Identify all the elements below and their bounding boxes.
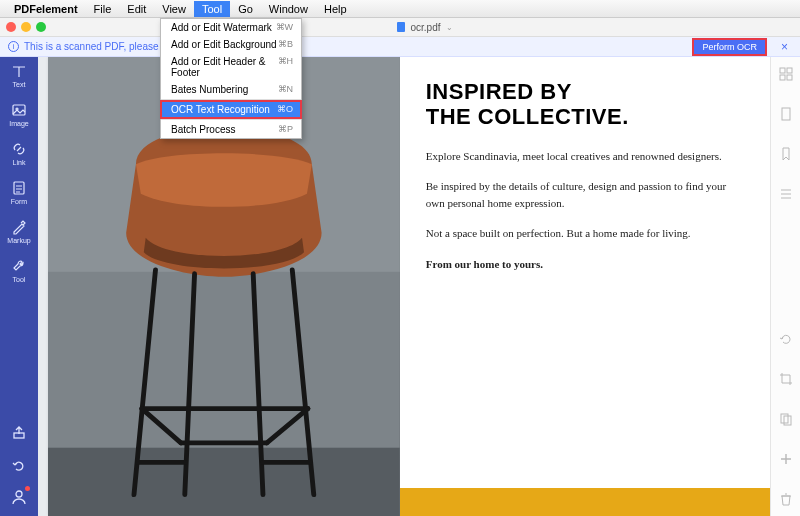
right-sidebar	[770, 57, 800, 516]
page-icon	[779, 107, 793, 121]
shortcut: ⌘W	[276, 22, 294, 33]
add-page-button[interactable]	[779, 452, 793, 466]
sidebar-text[interactable]: Text	[11, 63, 27, 88]
delete-page-button[interactable]	[779, 492, 793, 506]
rotate-icon	[779, 332, 793, 346]
thumbnails-button[interactable]	[779, 67, 793, 81]
bookmark-button[interactable]	[779, 147, 793, 161]
tool-icon	[11, 258, 27, 274]
outline-button[interactable]	[779, 187, 793, 201]
menu-go[interactable]: Go	[230, 1, 261, 17]
svg-rect-9	[787, 68, 792, 73]
document-name: ocr.pdf	[410, 22, 440, 33]
menu-item-bates[interactable]: Bates Numbering⌘N	[161, 81, 301, 98]
trash-icon	[779, 492, 793, 506]
sidebar-item-label: Text	[13, 81, 26, 88]
chevron-down-icon[interactable]: ⌄	[446, 23, 453, 32]
sidebar-item-label: Form	[11, 198, 27, 205]
menu-item-label: OCR Text Recognition	[171, 104, 270, 115]
menu-edit[interactable]: Edit	[119, 1, 154, 17]
pdf-icon	[397, 22, 405, 32]
page-paragraph: Explore Scandinavia, meet local creative…	[426, 148, 744, 165]
form-icon	[11, 180, 27, 196]
notification-dot-icon	[25, 486, 30, 491]
account-button[interactable]	[10, 488, 28, 506]
info-icon: i	[8, 41, 19, 52]
undo-icon	[11, 457, 27, 473]
menu-file[interactable]: File	[86, 1, 120, 17]
left-sidebar: Text Image Link Form Markup Tool	[0, 57, 38, 516]
menu-separator	[161, 99, 301, 100]
menu-item-ocr[interactable]: OCR Text Recognition⌘O	[161, 101, 301, 118]
app-name[interactable]: PDFelement	[14, 3, 78, 15]
text-icon	[11, 63, 27, 79]
plus-icon	[779, 452, 793, 466]
menu-help[interactable]: Help	[316, 1, 355, 17]
page-text-column: INSPIRED BY THE COLLECTIVE. Explore Scan…	[400, 57, 770, 516]
undo-button[interactable]	[10, 456, 28, 474]
page-heading-line2: THE COLLECTIVE.	[426, 104, 744, 129]
sidebar-item-label: Markup	[7, 237, 30, 244]
menubar: PDFelement File Edit View Tool Go Window…	[0, 0, 800, 18]
outline-icon	[779, 187, 793, 201]
shortcut: ⌘H	[278, 56, 294, 78]
sidebar-item-label: Tool	[13, 276, 26, 283]
svg-rect-8	[780, 68, 785, 73]
shortcut: ⌘P	[278, 124, 293, 135]
close-window-icon[interactable]	[6, 22, 16, 32]
sidebar-form[interactable]: Form	[11, 180, 27, 205]
svg-rect-10	[780, 75, 785, 80]
export-button[interactable]	[10, 424, 28, 442]
shortcut: ⌘O	[277, 104, 293, 115]
titlebar: ocr.pdf ⌄	[0, 18, 800, 37]
menu-item-label: Add or Edit Background	[171, 39, 277, 50]
markup-icon	[11, 219, 27, 235]
minimize-window-icon[interactable]	[21, 22, 31, 32]
menu-item-header-footer[interactable]: Add or Edit Header & Footer⌘H	[161, 53, 301, 81]
user-icon	[11, 489, 27, 505]
perform-ocr-button[interactable]: Perform OCR	[692, 38, 767, 56]
export-icon	[11, 425, 27, 441]
document-tab[interactable]: ocr.pdf ⌄	[397, 22, 452, 33]
menu-item-label: Add or Edit Header & Footer	[171, 56, 278, 78]
link-icon	[11, 141, 27, 157]
shortcut: ⌘N	[278, 84, 294, 95]
traffic-lights	[6, 22, 46, 32]
page-panel-button[interactable]	[779, 107, 793, 121]
sidebar-image[interactable]: Image	[9, 102, 28, 127]
sidebar-link[interactable]: Link	[11, 141, 27, 166]
crop-icon	[779, 372, 793, 386]
menu-item-background[interactable]: Add or Edit Background⌘B	[161, 36, 301, 53]
sidebar-item-label: Link	[13, 159, 26, 166]
zoom-window-icon[interactable]	[36, 22, 46, 32]
menu-item-batch[interactable]: Batch Process⌘P	[161, 121, 301, 138]
image-icon	[11, 102, 27, 118]
extract-button[interactable]	[779, 412, 793, 426]
menu-separator	[161, 119, 301, 120]
sidebar-markup[interactable]: Markup	[7, 219, 30, 244]
menu-tool[interactable]: Tool	[194, 1, 230, 17]
tool-menu-dropdown: Add or Edit Watermark⌘W Add or Edit Back…	[160, 18, 302, 139]
menu-window[interactable]: Window	[261, 1, 316, 17]
menu-item-watermark[interactable]: Add or Edit Watermark⌘W	[161, 19, 301, 36]
thumbnails-icon	[779, 67, 793, 81]
menu-view[interactable]: View	[154, 1, 194, 17]
close-banner-button[interactable]: ×	[777, 40, 792, 54]
page-heading-line1: INSPIRED BY	[426, 79, 744, 104]
rotate-button[interactable]	[779, 332, 793, 346]
sidebar-tool[interactable]: Tool	[11, 258, 27, 283]
page-gold-bar	[400, 488, 770, 516]
page: INSPIRED BY THE COLLECTIVE. Explore Scan…	[48, 57, 770, 516]
menu-item-label: Batch Process	[171, 124, 235, 135]
document-viewport[interactable]: INSPIRED BY THE COLLECTIVE. Explore Scan…	[38, 57, 770, 516]
page-paragraph-bold: From our home to yours.	[426, 256, 744, 273]
shortcut: ⌘B	[278, 39, 293, 50]
svg-rect-11	[787, 75, 792, 80]
svg-point-4	[16, 491, 22, 497]
crop-button[interactable]	[779, 372, 793, 386]
menu-item-label: Bates Numbering	[171, 84, 248, 95]
page-paragraph: Not a space built on perfection. But a h…	[426, 225, 744, 242]
bookmark-icon	[779, 147, 793, 161]
ocr-banner: i This is a scanned PDF, please perfo Pe…	[0, 37, 800, 57]
extract-icon	[779, 412, 793, 426]
